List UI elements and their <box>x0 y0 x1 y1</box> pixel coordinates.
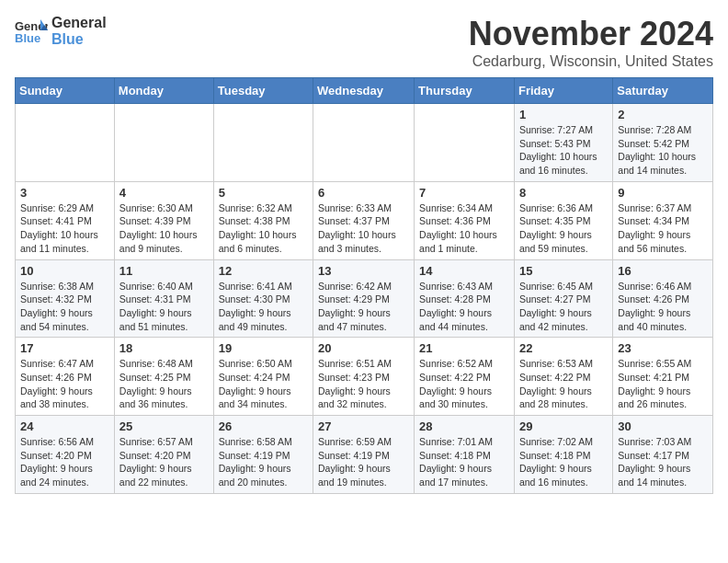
day-info: Sunrise: 7:02 AM Sunset: 4:18 PM Dayligh… <box>519 435 608 489</box>
calendar-cell: 27Sunrise: 6:59 AM Sunset: 4:19 PM Dayli… <box>313 416 415 494</box>
day-number: 5 <box>219 186 308 200</box>
day-number: 23 <box>618 341 708 355</box>
calendar-cell: 28Sunrise: 7:01 AM Sunset: 4:18 PM Dayli… <box>415 416 515 494</box>
day-number: 20 <box>318 341 409 355</box>
location-title: Cedarburg, Wisconsin, United States <box>469 53 713 70</box>
calendar-cell <box>213 104 313 182</box>
calendar-cell: 16Sunrise: 6:46 AM Sunset: 4:26 PM Dayli… <box>613 259 713 338</box>
day-info: Sunrise: 6:52 AM Sunset: 4:22 PM Dayligh… <box>419 357 509 411</box>
day-number: 21 <box>419 341 509 355</box>
day-info: Sunrise: 6:59 AM Sunset: 4:19 PM Dayligh… <box>318 435 409 489</box>
day-info: Sunrise: 6:45 AM Sunset: 4:27 PM Dayligh… <box>519 280 608 334</box>
calendar-cell <box>415 104 515 182</box>
day-number: 17 <box>20 341 109 355</box>
day-number: 16 <box>618 264 708 278</box>
calendar-cell: 18Sunrise: 6:48 AM Sunset: 4:25 PM Dayli… <box>114 338 213 416</box>
month-title: November 2024 <box>469 15 713 53</box>
title-area: November 2024 Cedarburg, Wisconsin, Unit… <box>469 15 713 70</box>
day-info: Sunrise: 6:34 AM Sunset: 4:36 PM Dayligh… <box>419 201 509 256</box>
svg-text:Blue: Blue <box>15 31 40 45</box>
day-number: 4 <box>119 186 209 200</box>
day-info: Sunrise: 6:30 AM Sunset: 4:39 PM Dayligh… <box>119 201 209 256</box>
logo-icon: General Blue <box>15 17 48 45</box>
day-number: 10 <box>20 264 109 278</box>
day-info: Sunrise: 6:43 AM Sunset: 4:28 PM Dayligh… <box>419 280 509 334</box>
day-info: Sunrise: 6:40 AM Sunset: 4:31 PM Dayligh… <box>119 280 209 334</box>
header-cell-friday: Friday <box>514 78 612 104</box>
calendar-cell: 2Sunrise: 7:28 AM Sunset: 5:42 PM Daylig… <box>613 104 713 182</box>
calendar-header: SundayMondayTuesdayWednesdayThursdayFrid… <box>16 78 713 104</box>
day-number: 12 <box>219 264 308 278</box>
calendar-cell: 17Sunrise: 6:47 AM Sunset: 4:26 PM Dayli… <box>16 338 115 416</box>
calendar-cell: 4Sunrise: 6:30 AM Sunset: 4:39 PM Daylig… <box>114 181 213 259</box>
logo-blue: Blue <box>51 31 107 48</box>
day-number: 7 <box>419 186 509 200</box>
day-info: Sunrise: 6:50 AM Sunset: 4:24 PM Dayligh… <box>219 357 308 411</box>
calendar-cell: 15Sunrise: 6:45 AM Sunset: 4:27 PM Dayli… <box>514 259 612 338</box>
calendar-cell: 20Sunrise: 6:51 AM Sunset: 4:23 PM Dayli… <box>313 338 415 416</box>
calendar-cell: 19Sunrise: 6:50 AM Sunset: 4:24 PM Dayli… <box>213 338 313 416</box>
day-number: 8 <box>519 186 608 200</box>
day-number: 18 <box>119 341 209 355</box>
calendar-cell: 24Sunrise: 6:56 AM Sunset: 4:20 PM Dayli… <box>16 416 115 494</box>
calendar-cell: 25Sunrise: 6:57 AM Sunset: 4:20 PM Dayli… <box>114 416 213 494</box>
day-number: 3 <box>20 186 109 200</box>
day-info: Sunrise: 6:41 AM Sunset: 4:30 PM Dayligh… <box>219 280 308 334</box>
day-info: Sunrise: 6:29 AM Sunset: 4:41 PM Dayligh… <box>20 201 109 256</box>
logo: General Blue General Blue <box>15 15 107 47</box>
calendar-table: SundayMondayTuesdayWednesdayThursdayFrid… <box>15 77 713 494</box>
header-cell-saturday: Saturday <box>613 78 713 104</box>
calendar-cell: 9Sunrise: 6:37 AM Sunset: 4:34 PM Daylig… <box>613 181 713 259</box>
day-number: 9 <box>618 186 708 200</box>
day-info: Sunrise: 6:36 AM Sunset: 4:35 PM Dayligh… <box>519 201 608 256</box>
calendar-cell: 7Sunrise: 6:34 AM Sunset: 4:36 PM Daylig… <box>415 181 515 259</box>
day-number: 19 <box>219 341 308 355</box>
day-info: Sunrise: 6:51 AM Sunset: 4:23 PM Dayligh… <box>318 357 409 411</box>
calendar-cell <box>16 104 115 182</box>
header-cell-tuesday: Tuesday <box>213 78 313 104</box>
calendar-cell: 14Sunrise: 6:43 AM Sunset: 4:28 PM Dayli… <box>415 259 515 338</box>
calendar-cell: 29Sunrise: 7:02 AM Sunset: 4:18 PM Dayli… <box>514 416 612 494</box>
day-number: 2 <box>618 108 708 121</box>
calendar-cell: 5Sunrise: 6:32 AM Sunset: 4:38 PM Daylig… <box>213 181 313 259</box>
day-info: Sunrise: 7:01 AM Sunset: 4:18 PM Dayligh… <box>419 435 509 489</box>
calendar-cell: 13Sunrise: 6:42 AM Sunset: 4:29 PM Dayli… <box>313 259 415 338</box>
day-number: 26 <box>219 419 308 433</box>
calendar-body: 1Sunrise: 7:27 AM Sunset: 5:43 PM Daylig… <box>16 104 713 494</box>
header: General Blue General Blue November 2024 … <box>15 15 713 70</box>
day-info: Sunrise: 6:33 AM Sunset: 4:37 PM Dayligh… <box>318 201 409 256</box>
day-info: Sunrise: 6:58 AM Sunset: 4:19 PM Dayligh… <box>219 435 308 489</box>
logo-general: General <box>51 15 107 31</box>
calendar-cell: 26Sunrise: 6:58 AM Sunset: 4:19 PM Dayli… <box>213 416 313 494</box>
day-number: 11 <box>119 264 209 278</box>
day-info: Sunrise: 6:47 AM Sunset: 4:26 PM Dayligh… <box>20 357 109 411</box>
day-number: 6 <box>318 186 409 200</box>
calendar-week-2: 10Sunrise: 6:38 AM Sunset: 4:32 PM Dayli… <box>16 259 713 338</box>
day-info: Sunrise: 7:27 AM Sunset: 5:43 PM Dayligh… <box>519 123 608 178</box>
calendar-cell: 12Sunrise: 6:41 AM Sunset: 4:30 PM Dayli… <box>213 259 313 338</box>
calendar-cell <box>313 104 415 182</box>
header-cell-monday: Monday <box>114 78 213 104</box>
day-info: Sunrise: 6:55 AM Sunset: 4:21 PM Dayligh… <box>618 357 708 411</box>
day-number: 27 <box>318 419 409 433</box>
day-info: Sunrise: 7:28 AM Sunset: 5:42 PM Dayligh… <box>618 123 708 178</box>
day-info: Sunrise: 7:03 AM Sunset: 4:17 PM Dayligh… <box>618 435 708 489</box>
day-number: 29 <box>519 419 608 433</box>
day-info: Sunrise: 6:42 AM Sunset: 4:29 PM Dayligh… <box>318 280 409 334</box>
day-info: Sunrise: 6:37 AM Sunset: 4:34 PM Dayligh… <box>618 201 708 256</box>
header-cell-wednesday: Wednesday <box>313 78 415 104</box>
day-number: 13 <box>318 264 409 278</box>
day-info: Sunrise: 6:38 AM Sunset: 4:32 PM Dayligh… <box>20 280 109 334</box>
day-info: Sunrise: 6:53 AM Sunset: 4:22 PM Dayligh… <box>519 357 608 411</box>
calendar-cell: 23Sunrise: 6:55 AM Sunset: 4:21 PM Dayli… <box>613 338 713 416</box>
day-info: Sunrise: 6:32 AM Sunset: 4:38 PM Dayligh… <box>219 201 308 256</box>
calendar-cell <box>114 104 213 182</box>
calendar-cell: 11Sunrise: 6:40 AM Sunset: 4:31 PM Dayli… <box>114 259 213 338</box>
calendar-cell: 30Sunrise: 7:03 AM Sunset: 4:17 PM Dayli… <box>613 416 713 494</box>
day-info: Sunrise: 6:46 AM Sunset: 4:26 PM Dayligh… <box>618 280 708 334</box>
day-number: 28 <box>419 419 509 433</box>
day-number: 22 <box>519 341 608 355</box>
calendar-week-0: 1Sunrise: 7:27 AM Sunset: 5:43 PM Daylig… <box>16 104 713 182</box>
header-cell-thursday: Thursday <box>415 78 515 104</box>
header-row: SundayMondayTuesdayWednesdayThursdayFrid… <box>16 78 713 104</box>
